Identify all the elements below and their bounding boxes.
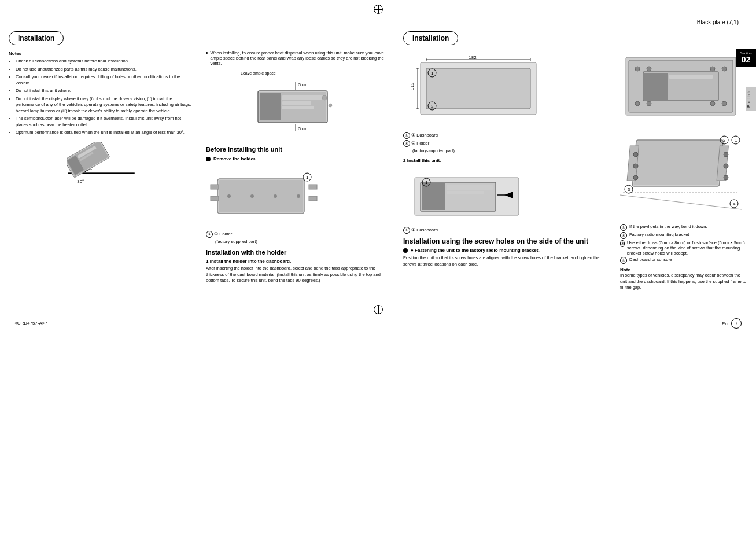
holder-cap: ② ② Holder [403, 140, 608, 147]
note-item-5: The semiconductor laser will be damaged … [16, 116, 194, 128]
before-installing-title: Before installing this unit [206, 146, 391, 153]
svg-text:2: 2 [431, 104, 434, 109]
svg-point-63 [722, 101, 727, 106]
c-num-1-dash: ① [403, 132, 410, 139]
rn-circle-1: ① [620, 224, 627, 231]
svg-point-61 [647, 101, 651, 106]
right-note-item-2: ② Factory radio mounting bracket [620, 232, 747, 239]
heat-diagram: Leave ample space 5 cm 5 cm [206, 71, 391, 140]
rn-circle-2: ② [620, 232, 627, 239]
svg-point-74 [724, 152, 728, 157]
corner-mark-tl [12, 5, 23, 16]
right-note-item-1: ① If the pawl gets in the way, bend it d… [620, 224, 747, 231]
svg-rect-9 [260, 93, 281, 120]
right-note-list: ① If the pawl gets in the way, bend it d… [620, 224, 747, 264]
right-install-header: Installation [403, 31, 458, 45]
bracket-diagram-bottom: 2 1 3 4 [620, 128, 747, 221]
svg-rect-68 [633, 141, 722, 185]
svg-point-14 [329, 104, 332, 107]
svg-text:5 cm: 5 cm [298, 83, 307, 87]
remove-holder-text: Remove the holder. [213, 156, 256, 161]
svg-text:1: 1 [306, 175, 309, 180]
install-holder-title: Installation with the holder [206, 249, 391, 256]
note-item-2: Do not use unauthorized parts as this ma… [16, 67, 194, 73]
left-col: Installation Notes Check all connections… [9, 31, 194, 291]
svg-rect-49 [447, 191, 484, 194]
svg-rect-66 [669, 75, 713, 79]
install-unit-diagram: 1 [403, 166, 608, 224]
notes-title: Notes [9, 51, 194, 56]
footer-page: En 7 [722, 318, 742, 329]
svg-point-58 [710, 67, 715, 71]
en-label: En [722, 321, 728, 326]
svg-text:112: 112 [410, 82, 415, 90]
footer-code: <CRD4757-A>7 [14, 321, 47, 326]
svg-point-27 [227, 194, 231, 198]
install-unit-svg: 1 [403, 166, 542, 224]
fasten-title-text: ● Fastening the unit to the factory radi… [411, 248, 540, 253]
svg-rect-32 [426, 68, 530, 109]
bullet-dot-remove [206, 157, 211, 161]
svg-text:1: 1 [431, 71, 434, 76]
svg-point-28 [250, 194, 254, 198]
bracket-svg-bottom: 2 1 3 4 [620, 128, 742, 221]
circled-1: ① [206, 231, 213, 238]
svg-point-75 [724, 164, 728, 168]
leave-ample-label: Leave ample space [241, 71, 276, 76]
svg-point-29 [274, 194, 277, 198]
svg-rect-47 [422, 183, 445, 210]
dashboard-cap2: ① ① Dashboard [403, 227, 608, 234]
svg-rect-11 [282, 101, 311, 105]
note-title: Note [620, 267, 747, 273]
corner-mark-br [733, 303, 744, 314]
bullet-dot-fasten [403, 248, 408, 253]
c-num-2-hold: ② [403, 140, 410, 147]
corner-mark-tr [733, 5, 744, 16]
right-col-2: 2 1 3 4 ① If the pawl gets in the [620, 31, 747, 291]
rn-text-1: If the pawl gets in the way, bend it dow… [629, 224, 707, 231]
fasten-title: ● Fastening the unit to the factory radi… [403, 248, 608, 253]
right-area: Installation 182 112 [403, 31, 747, 291]
c-num-1-dash2: ① [403, 227, 410, 234]
svg-rect-12 [282, 106, 314, 109]
step2-title: 2 Install this unit. [403, 158, 608, 163]
dashboard-cap: ① ① Dashboard [403, 132, 608, 139]
step1-title: 1 Install the holder into the dashboard. [206, 259, 391, 264]
note-body: In some types of vehicles, discrepancy m… [620, 273, 747, 291]
svg-text:3: 3 [628, 187, 630, 192]
svg-text:1: 1 [425, 180, 428, 185]
cross-circle-top [374, 5, 383, 14]
note-box: Note In some types of vehicles, discrepa… [620, 267, 747, 291]
svg-point-30 [297, 194, 300, 198]
svg-point-59 [722, 67, 727, 71]
svg-point-60 [635, 101, 640, 106]
svg-rect-21 [211, 185, 219, 189]
fasten-body: Position the unit so that its screw hole… [403, 255, 608, 267]
svg-point-13 [322, 95, 327, 100]
svg-rect-48 [447, 185, 493, 190]
remove-holder-item: Remove the holder. [206, 156, 391, 161]
note-item-4: Do not install this unit where: [16, 88, 194, 94]
footer: <CRD4757-A>7 En 7 [0, 317, 756, 332]
rn-circle-3: ③ [620, 240, 625, 247]
bottom-marks [0, 303, 756, 317]
top-center-cross [374, 5, 383, 14]
holder-caption-1: ① ① Holder [206, 231, 391, 238]
svg-point-73 [633, 175, 638, 180]
svg-text:2: 2 [723, 138, 726, 143]
note-item-do-not-display: Do not install the display where it may … [16, 96, 194, 115]
right-note-item-3: ③ Use either truss (5mm × 8mm) or flush … [620, 240, 747, 256]
step1-body: After inserting the holder into the dash… [206, 266, 391, 284]
dashboard-svg: 182 112 1 2 [403, 54, 554, 129]
svg-text:30°: 30° [77, 179, 84, 184]
angle-svg: 30° [67, 142, 136, 188]
svg-point-72 [633, 164, 638, 168]
svg-text:5 cm: 5 cm [298, 127, 307, 131]
notes-list: Check all connections and systems before… [9, 58, 194, 136]
left-install-header: Installation [9, 31, 64, 45]
right-col-1: Installation 182 112 [403, 31, 608, 291]
bracket-diagram-top [620, 49, 747, 124]
left-divider [200, 31, 200, 291]
main-container: Installation Notes Check all connections… [0, 25, 756, 297]
right-divider [614, 31, 614, 291]
